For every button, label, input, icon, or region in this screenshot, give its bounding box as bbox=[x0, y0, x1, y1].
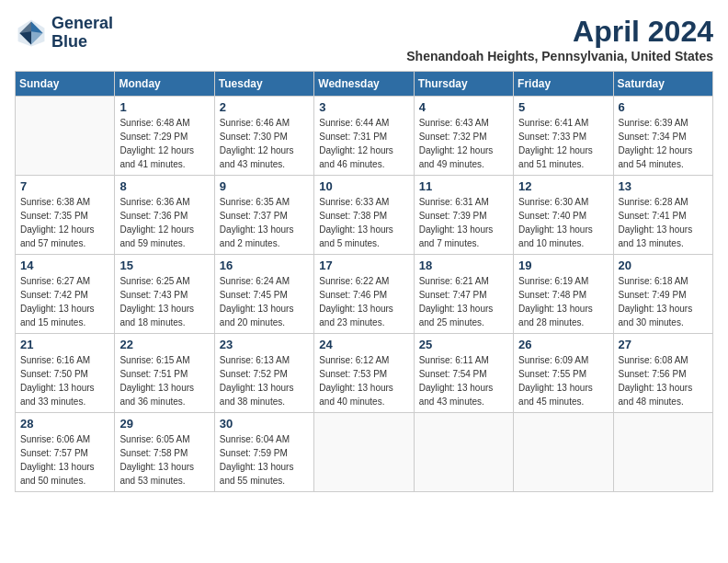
calendar-cell bbox=[16, 97, 115, 176]
calendar-cell: 14Sunrise: 6:27 AM Sunset: 7:42 PM Dayli… bbox=[16, 255, 115, 334]
day-number: 21 bbox=[20, 338, 109, 351]
weekday-header-friday: Friday bbox=[514, 72, 613, 97]
calendar-cell: 15Sunrise: 6:25 AM Sunset: 7:43 PM Dayli… bbox=[115, 255, 214, 334]
day-info: Sunrise: 6:05 AM Sunset: 7:58 PM Dayligh… bbox=[119, 432, 209, 488]
logo-line2: Blue bbox=[51, 33, 113, 52]
calendar-cell: 16Sunrise: 6:24 AM Sunset: 7:45 PM Dayli… bbox=[214, 255, 313, 334]
calendar-cell: 23Sunrise: 6:13 AM Sunset: 7:52 PM Dayli… bbox=[214, 334, 313, 413]
calendar-week-1: 1Sunrise: 6:48 AM Sunset: 7:29 PM Daylig… bbox=[16, 97, 713, 176]
calendar-cell bbox=[414, 413, 513, 492]
day-info: Sunrise: 6:04 AM Sunset: 7:59 PM Dayligh… bbox=[220, 432, 309, 488]
day-info: Sunrise: 6:15 AM Sunset: 7:51 PM Dayligh… bbox=[119, 353, 209, 408]
logo-line1: General bbox=[51, 15, 113, 33]
calendar-cell: 26Sunrise: 6:09 AM Sunset: 7:55 PM Dayli… bbox=[514, 334, 613, 413]
day-number: 13 bbox=[619, 179, 708, 193]
day-number: 20 bbox=[619, 259, 708, 272]
calendar-cell: 28Sunrise: 6:06 AM Sunset: 7:57 PM Dayli… bbox=[16, 413, 115, 492]
day-info: Sunrise: 6:28 AM Sunset: 7:41 PM Dayligh… bbox=[619, 195, 708, 250]
title-block: April 2024 Shenandoah Heights, Pennsylva… bbox=[406, 15, 713, 63]
calendar-cell: 4Sunrise: 6:43 AM Sunset: 7:32 PM Daylig… bbox=[414, 97, 513, 176]
calendar-cell bbox=[314, 413, 414, 492]
day-number: 22 bbox=[119, 338, 209, 351]
day-number: 18 bbox=[419, 259, 508, 272]
day-info: Sunrise: 6:25 AM Sunset: 7:43 PM Dayligh… bbox=[119, 274, 209, 329]
day-number: 27 bbox=[619, 338, 708, 351]
day-info: Sunrise: 6:24 AM Sunset: 7:45 PM Dayligh… bbox=[220, 274, 309, 329]
calendar-week-4: 21Sunrise: 6:16 AM Sunset: 7:50 PM Dayli… bbox=[16, 334, 713, 413]
weekday-header-row: SundayMondayTuesdayWednesdayThursdayFrid… bbox=[16, 72, 713, 97]
day-number: 25 bbox=[419, 338, 508, 351]
weekday-header-thursday: Thursday bbox=[414, 72, 513, 97]
day-number: 23 bbox=[220, 338, 309, 351]
day-info: Sunrise: 6:16 AM Sunset: 7:50 PM Dayligh… bbox=[20, 353, 109, 408]
calendar-cell: 20Sunrise: 6:18 AM Sunset: 7:49 PM Dayli… bbox=[613, 255, 712, 334]
day-info: Sunrise: 6:19 AM Sunset: 7:48 PM Dayligh… bbox=[518, 274, 608, 329]
day-number: 14 bbox=[20, 259, 109, 272]
calendar-cell: 8Sunrise: 6:36 AM Sunset: 7:36 PM Daylig… bbox=[115, 176, 214, 255]
day-number: 28 bbox=[20, 417, 109, 431]
calendar-cell: 22Sunrise: 6:15 AM Sunset: 7:51 PM Dayli… bbox=[115, 334, 214, 413]
day-info: Sunrise: 6:27 AM Sunset: 7:42 PM Dayligh… bbox=[20, 274, 109, 329]
day-number: 10 bbox=[319, 179, 408, 193]
day-info: Sunrise: 6:46 AM Sunset: 7:30 PM Dayligh… bbox=[220, 116, 309, 171]
calendar-cell: 17Sunrise: 6:22 AM Sunset: 7:46 PM Dayli… bbox=[314, 255, 414, 334]
month-title: April 2024 bbox=[406, 15, 713, 49]
calendar-cell bbox=[514, 413, 613, 492]
day-info: Sunrise: 6:44 AM Sunset: 7:31 PM Dayligh… bbox=[319, 116, 408, 171]
day-number: 3 bbox=[319, 100, 408, 114]
day-info: Sunrise: 6:09 AM Sunset: 7:55 PM Dayligh… bbox=[518, 353, 608, 408]
day-info: Sunrise: 6:38 AM Sunset: 7:35 PM Dayligh… bbox=[20, 195, 109, 250]
calendar-cell: 27Sunrise: 6:08 AM Sunset: 7:56 PM Dayli… bbox=[613, 334, 712, 413]
day-info: Sunrise: 6:13 AM Sunset: 7:52 PM Dayligh… bbox=[220, 353, 309, 408]
day-number: 1 bbox=[119, 100, 209, 114]
day-number: 11 bbox=[419, 179, 508, 193]
day-number: 15 bbox=[119, 259, 209, 272]
calendar-cell: 24Sunrise: 6:12 AM Sunset: 7:53 PM Dayli… bbox=[314, 334, 414, 413]
day-number: 4 bbox=[419, 100, 508, 114]
calendar-cell bbox=[613, 413, 712, 492]
logo: General Blue bbox=[15, 15, 113, 52]
day-number: 19 bbox=[518, 259, 608, 272]
calendar-cell: 21Sunrise: 6:16 AM Sunset: 7:50 PM Dayli… bbox=[16, 334, 115, 413]
calendar-table: SundayMondayTuesdayWednesdayThursdayFrid… bbox=[15, 71, 713, 492]
day-info: Sunrise: 6:48 AM Sunset: 7:29 PM Dayligh… bbox=[119, 116, 209, 171]
calendar-cell: 3Sunrise: 6:44 AM Sunset: 7:31 PM Daylig… bbox=[314, 97, 414, 176]
day-number: 12 bbox=[518, 179, 608, 193]
day-number: 5 bbox=[518, 100, 608, 114]
day-number: 17 bbox=[319, 259, 408, 272]
day-info: Sunrise: 6:41 AM Sunset: 7:33 PM Dayligh… bbox=[518, 116, 608, 171]
day-number: 24 bbox=[319, 338, 408, 351]
page-header: General Blue April 2024 Shenandoah Heigh… bbox=[15, 15, 713, 63]
day-info: Sunrise: 6:06 AM Sunset: 7:57 PM Dayligh… bbox=[20, 432, 109, 488]
location: Shenandoah Heights, Pennsylvania, United… bbox=[406, 49, 713, 63]
calendar-cell: 29Sunrise: 6:05 AM Sunset: 7:58 PM Dayli… bbox=[115, 413, 214, 492]
calendar-week-5: 28Sunrise: 6:06 AM Sunset: 7:57 PM Dayli… bbox=[16, 413, 713, 492]
day-number: 8 bbox=[119, 179, 209, 193]
calendar-cell: 30Sunrise: 6:04 AM Sunset: 7:59 PM Dayli… bbox=[214, 413, 313, 492]
calendar-cell: 1Sunrise: 6:48 AM Sunset: 7:29 PM Daylig… bbox=[115, 97, 214, 176]
weekday-header-saturday: Saturday bbox=[613, 72, 712, 97]
calendar-cell: 10Sunrise: 6:33 AM Sunset: 7:38 PM Dayli… bbox=[314, 176, 414, 255]
day-info: Sunrise: 6:30 AM Sunset: 7:40 PM Dayligh… bbox=[518, 195, 608, 250]
calendar-cell: 9Sunrise: 6:35 AM Sunset: 7:37 PM Daylig… bbox=[214, 176, 313, 255]
logo-icon bbox=[15, 17, 48, 50]
calendar-cell: 7Sunrise: 6:38 AM Sunset: 7:35 PM Daylig… bbox=[16, 176, 115, 255]
day-info: Sunrise: 6:11 AM Sunset: 7:54 PM Dayligh… bbox=[419, 353, 508, 408]
calendar-cell: 25Sunrise: 6:11 AM Sunset: 7:54 PM Dayli… bbox=[414, 334, 513, 413]
day-info: Sunrise: 6:33 AM Sunset: 7:38 PM Dayligh… bbox=[319, 195, 408, 250]
day-info: Sunrise: 6:43 AM Sunset: 7:32 PM Dayligh… bbox=[419, 116, 508, 171]
calendar-cell: 6Sunrise: 6:39 AM Sunset: 7:34 PM Daylig… bbox=[613, 97, 712, 176]
calendar-cell: 12Sunrise: 6:30 AM Sunset: 7:40 PM Dayli… bbox=[514, 176, 613, 255]
calendar-cell: 11Sunrise: 6:31 AM Sunset: 7:39 PM Dayli… bbox=[414, 176, 513, 255]
day-number: 7 bbox=[20, 179, 109, 193]
weekday-header-tuesday: Tuesday bbox=[214, 72, 313, 97]
day-info: Sunrise: 6:36 AM Sunset: 7:36 PM Dayligh… bbox=[119, 195, 209, 250]
day-number: 26 bbox=[518, 338, 608, 351]
day-number: 29 bbox=[119, 417, 209, 431]
calendar-cell: 13Sunrise: 6:28 AM Sunset: 7:41 PM Dayli… bbox=[613, 176, 712, 255]
calendar-cell: 19Sunrise: 6:19 AM Sunset: 7:48 PM Dayli… bbox=[514, 255, 613, 334]
day-number: 6 bbox=[619, 100, 708, 114]
day-info: Sunrise: 6:39 AM Sunset: 7:34 PM Dayligh… bbox=[619, 116, 708, 171]
weekday-header-wednesday: Wednesday bbox=[314, 72, 414, 97]
day-number: 2 bbox=[220, 100, 309, 114]
